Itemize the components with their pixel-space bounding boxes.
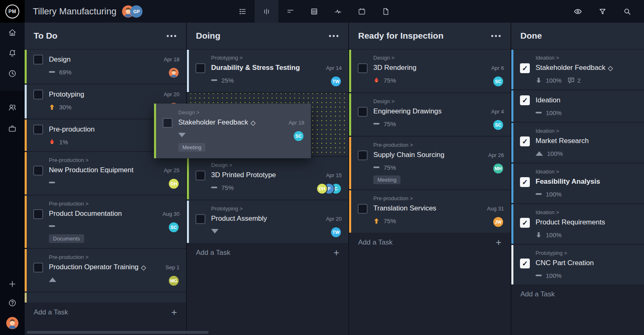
progress-percent: 25%: [221, 77, 234, 84]
task-checkbox[interactable]: [358, 204, 368, 214]
card-right: Apr 14TW: [326, 63, 342, 87]
card-project-breadcrumb[interactable]: Ideation >: [536, 169, 644, 175]
search-icon[interactable]: [623, 7, 632, 16]
task-checkbox[interactable]: [33, 263, 43, 273]
card-project-breadcrumb[interactable]: Design >: [178, 109, 284, 116]
card-title-row: 3D Printed Prototype: [211, 170, 311, 180]
task-checkbox[interactable]: [358, 107, 368, 117]
card-project-breadcrumb[interactable]: Pre-production >: [49, 201, 158, 207]
sidebar-plus-icon[interactable]: [7, 279, 17, 289]
task-checkbox-checked[interactable]: ✓: [520, 259, 530, 268]
header-avatars[interactable]: GP: [122, 0, 143, 23]
card-project-breadcrumb[interactable]: Design >: [373, 55, 486, 61]
kanban-card[interactable]: Prototyping >Product AssemblyApr 20TW: [187, 201, 348, 243]
column-doing: DoingPrototyping >Durability & Stress Te…: [187, 23, 348, 335]
kanban-card[interactable]: Design69%Apr 18: [25, 50, 186, 83]
add-task-button[interactable]: Add a Task+: [187, 243, 348, 263]
kanban-card[interactable]: Design >3D Printed Prototype75%Apr 15DHP…: [187, 157, 348, 199]
task-checkbox[interactable]: [196, 214, 205, 224]
card-project-breadcrumb[interactable]: Pre-production >: [373, 195, 482, 201]
card-due-date: Sep 1: [166, 263, 179, 273]
card-project-breadcrumb[interactable]: Prototyping >: [536, 250, 644, 256]
kanban-card[interactable]: Pre-production >Production Operator Trai…: [25, 249, 186, 291]
sidebar-users-icon[interactable]: [7, 102, 17, 112]
card-project-breadcrumb[interactable]: Design >: [373, 98, 486, 104]
eye-icon[interactable]: [573, 7, 582, 16]
add-task-button[interactable]: Add a Task+: [25, 303, 186, 322]
sidebar-home-icon[interactable]: [7, 28, 17, 37]
kanban-card[interactable]: ✓Ideation >Stakeholder Feedback◇100%2: [511, 50, 644, 89]
task-checkbox-checked[interactable]: ✓: [520, 95, 530, 105]
app-logo[interactable]: PM: [0, 0, 25, 23]
add-task-button[interactable]: Add a Task+: [511, 284, 644, 304]
tab-docs-view[interactable]: [374, 0, 398, 23]
card-title-row: Supply Chain Sourcing: [373, 150, 483, 160]
task-checkbox[interactable]: [196, 171, 205, 180]
card-title-row: 3D Rendering: [373, 63, 486, 73]
filter-icon[interactable]: [598, 7, 607, 16]
kanban-card[interactable]: ✓Ideation >Product Requirements100%: [511, 204, 644, 244]
tab-activity-view[interactable]: [326, 0, 350, 23]
card-project-breadcrumb[interactable]: Ideation >: [536, 128, 644, 134]
card-project-breadcrumb[interactable]: Pre-production >: [49, 157, 159, 163]
card-project-breadcrumb[interactable]: Pre-production >: [49, 254, 161, 260]
tab-gantt-view[interactable]: [278, 0, 302, 23]
kanban-card[interactable]: Pre-production >Supply Chain Sourcing75%…: [349, 137, 511, 189]
kanban-card[interactable]: Pre-production >New Production Equipment…: [25, 152, 186, 194]
column-header: Ready for Inspection: [349, 23, 511, 49]
tab-board-view[interactable]: [255, 0, 278, 23]
task-checkbox[interactable]: [33, 90, 43, 99]
column-menu-button[interactable]: [166, 32, 177, 39]
task-checkbox-checked[interactable]: ✓: [520, 63, 530, 73]
kanban-card[interactable]: ToG✓Ideation >Market Research100%: [511, 123, 644, 162]
task-checkbox-checked[interactable]: ✓: [520, 177, 530, 187]
card-title: Design: [49, 55, 71, 65]
tab-calendar-view[interactable]: [350, 0, 374, 23]
kanban-card[interactable]: Design >3D Rendering75%Apr 6SC: [349, 50, 511, 92]
card-project-breadcrumb[interactable]: Ideation >: [536, 55, 644, 61]
column-menu-button[interactable]: [490, 32, 501, 39]
kanban-card[interactable]: ✓Ideation100%: [511, 90, 644, 122]
kanban-card[interactable]: Pre-production >Product DocumentationDoc…: [25, 196, 186, 248]
card-project-breadcrumb[interactable]: Prototyping >: [211, 206, 321, 212]
sidebar-clock-icon[interactable]: [7, 69, 17, 79]
sidebar-briefcase-icon[interactable]: [7, 124, 17, 134]
view-tabs: [231, 0, 398, 23]
task-checkbox[interactable]: [33, 209, 43, 219]
column-menu-button[interactable]: [328, 32, 339, 39]
column-title: Ready for Inspection: [358, 31, 444, 41]
menu-dot: [329, 35, 331, 37]
card-title-row: CNC Part Creation: [536, 258, 644, 268]
task-checkbox-checked[interactable]: ✓: [520, 136, 530, 146]
card-project-breadcrumb[interactable]: Pre-production >: [373, 142, 483, 148]
kanban-card[interactable]: Pre-production >Translation Services75%A…: [349, 190, 511, 233]
profile-avatar[interactable]: [6, 317, 18, 329]
tag-pill: Documents: [49, 234, 84, 243]
card-title: Ideation: [536, 95, 561, 105]
task-checkbox[interactable]: [33, 125, 43, 134]
task-checkbox[interactable]: [196, 63, 205, 73]
kanban-card[interactable]: ✓Prototyping >CNC Part Creation100%: [511, 245, 644, 284]
add-task-button[interactable]: Add a Task+: [349, 233, 511, 252]
tab-list-view[interactable]: [231, 0, 255, 23]
task-checkbox-checked[interactable]: ✓: [520, 218, 530, 228]
horizontal-scrollbar-thumb[interactable]: [27, 331, 209, 334]
task-checkbox[interactable]: [33, 55, 43, 65]
sidebar-help-icon[interactable]: [7, 298, 17, 308]
task-checkbox[interactable]: [358, 63, 368, 73]
task-checkbox[interactable]: [33, 166, 43, 176]
dragged-card[interactable]: Design >Stakeholder Feedback◇MeetingApr …: [154, 104, 311, 158]
task-checkbox[interactable]: [358, 150, 368, 160]
card-main: Prototyping >CNC Part Creation100%: [536, 250, 644, 280]
task-checkbox[interactable]: [163, 118, 172, 128]
sidebar-bell-icon[interactable]: [7, 48, 17, 58]
kanban-card[interactable]: Prototyping >Durability & Stress Testing…: [187, 50, 348, 92]
card-project-breadcrumb[interactable]: Prototyping >: [211, 55, 321, 61]
card-project-breadcrumb[interactable]: Design >: [211, 162, 311, 168]
card-project-breadcrumb[interactable]: Ideation >: [536, 209, 644, 215]
kanban-card[interactable]: [25, 293, 186, 303]
card-title: 3D Printed Prototype: [211, 170, 276, 180]
kanban-card[interactable]: Design >Engineering Drawings75%Apr 4SC: [349, 93, 511, 136]
kanban-card[interactable]: ✓Ideation >Feasibility Analysis100%: [511, 164, 644, 203]
tab-sheet-view[interactable]: [302, 0, 326, 23]
